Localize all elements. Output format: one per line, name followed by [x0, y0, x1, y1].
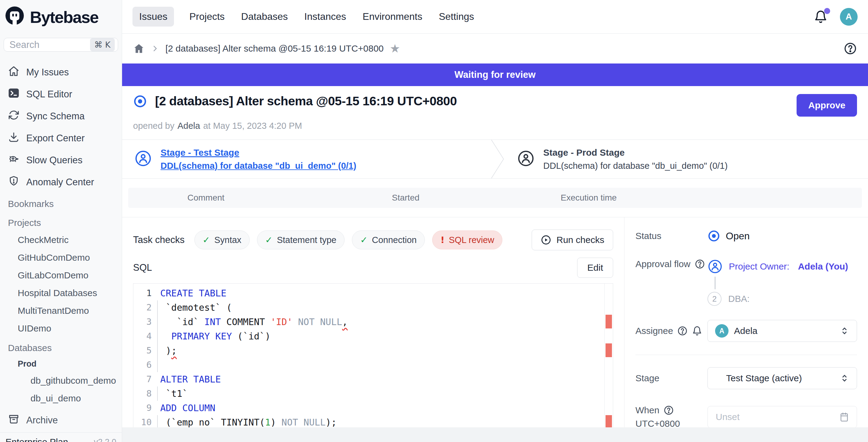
sidebar-project-gitlabcomdemo[interactable]: GitLabComDemo: [0, 266, 122, 284]
turtle-icon: [8, 153, 20, 167]
select-chevrons-icon: [840, 373, 849, 383]
terminal-icon: [8, 87, 20, 101]
run-checks-button[interactable]: Run checks: [532, 229, 613, 250]
approver-role: DBA:: [728, 294, 750, 304]
calendar-icon: [839, 412, 849, 422]
sidebar-project-githubcomdemo[interactable]: GitHubComDemo: [0, 249, 122, 266]
assignee-select[interactable]: A Adela: [708, 320, 857, 342]
issue-open-status-icon: [133, 94, 147, 108]
sidebar-project-uidemo[interactable]: UIDemo: [0, 320, 122, 337]
tab-settings[interactable]: Settings: [438, 7, 475, 27]
assignee-label: Assignee: [636, 326, 708, 336]
stage-select-value: Test Stage (active): [726, 373, 802, 383]
stage-select[interactable]: Test Stage (active): [708, 367, 857, 389]
bottom-scroll-gutter: [122, 428, 868, 442]
sidebar-item-archive[interactable]: Archive: [0, 408, 122, 432]
notification-dot: [824, 8, 830, 14]
stage-task-link[interactable]: DDL(schema) for database "db_ui_demo" (0…: [160, 161, 356, 171]
bookmark-star-icon[interactable]: ★: [390, 43, 400, 54]
search-shortcut-kbd: ⌘ K: [90, 38, 115, 51]
status-value: Open: [726, 230, 750, 242]
help-icon[interactable]: [844, 42, 857, 55]
sidebar-item-slow-queries[interactable]: Slow Queries: [3, 149, 119, 171]
check-pass-icon: ✓: [203, 235, 210, 245]
sidebar-db-githubcom-demo[interactable]: db_githubcom_demo: [0, 372, 122, 389]
task-checks-row: Task checks ✓ Syntax ✓ Statement type ✓ …: [133, 229, 613, 250]
notification-bell-icon[interactable]: [814, 10, 828, 24]
when-datetime-input[interactable]: [708, 406, 857, 428]
check-label: Syntax: [214, 235, 241, 245]
tab-databases[interactable]: Databases: [240, 7, 289, 27]
help-icon: [677, 326, 688, 336]
task-checks-label: Task checks: [133, 234, 185, 245]
shield-icon: [8, 175, 20, 189]
code-line: 5 );: [133, 343, 604, 358]
sidebar-item-label: My Issues: [26, 67, 69, 78]
sidebar-project-multitenantdemo[interactable]: MultiTenantDemo: [0, 302, 122, 320]
main-area: Issues Projects Databases Instances Envi…: [122, 0, 868, 442]
edit-sql-button[interactable]: Edit: [577, 258, 613, 278]
sidebar-item-sql-editor[interactable]: SQL Editor: [3, 83, 119, 105]
stage-label: Stage: [636, 373, 708, 383]
home-icon[interactable]: [133, 43, 145, 54]
sidebar-item-my-issues[interactable]: My Issues: [3, 61, 119, 83]
approve-button[interactable]: Approve: [797, 94, 857, 117]
stage-task-label: DDL(schema) for database "db_ui_demo" (0…: [543, 161, 727, 171]
check-label: Connection: [372, 235, 417, 245]
sidebar-db-group-prod: Prod: [0, 356, 122, 372]
stage-prod-stage[interactable]: Stage - Prod Stage DDL(schema) for datab…: [505, 140, 740, 178]
tab-projects[interactable]: Projects: [188, 7, 226, 27]
pipeline-stages: Stage - Test Stage DDL(schema) for datab…: [122, 139, 868, 179]
stage-title[interactable]: Stage - Test Stage: [160, 148, 356, 158]
tab-instances[interactable]: Instances: [303, 7, 347, 27]
approval-step-1[interactable]: Project Owner:Adela (You): [708, 259, 857, 274]
sidebar-footer[interactable]: Enterprise Plan v2.2.0: [0, 432, 122, 442]
sql-editor: 1CREATE TABLE 2 `demotest` ( 3 `id` INT …: [133, 283, 613, 433]
when-input-field[interactable]: [715, 411, 839, 422]
approval-flow-label: Approval flow: [636, 259, 708, 269]
sidebar-project-checkmetric[interactable]: CheckMetric: [0, 231, 122, 249]
sidebar-item-label: Slow Queries: [26, 155, 83, 166]
assignee-row: Assignee A Adela: [636, 320, 857, 342]
search-input[interactable]: [9, 39, 90, 51]
sidebar: Bytebase ⌘ K My Issues SQL Editor Sync S…: [0, 0, 122, 442]
stage-test-stage[interactable]: Stage - Test Stage DDL(schema) for datab…: [122, 140, 490, 178]
approval-connector: [714, 277, 716, 289]
error-marker: [606, 415, 612, 429]
approver-role: Project Owner:: [729, 261, 789, 272]
column-started: Started: [392, 193, 561, 203]
task-table-header: Comment Started Execution time: [128, 188, 862, 208]
sidebar-item-sync-schema[interactable]: Sync Schema: [3, 105, 119, 127]
help-icon: [695, 259, 705, 269]
check-pass-icon: ✓: [360, 235, 368, 245]
sidebar-project-hospital-databases[interactable]: Hospital Databases: [0, 284, 122, 302]
home-icon: [8, 65, 20, 80]
bytebase-logo-icon: [4, 5, 25, 29]
code-line: 2 `demotest` (: [133, 301, 604, 315]
sql-label: SQL: [133, 262, 152, 273]
issue-author: Adela: [177, 121, 200, 131]
check-statement-type[interactable]: ✓ Statement type: [257, 230, 345, 249]
breadcrumb: [2 databases] Alter schema @05-15 16:19 …: [122, 34, 868, 63]
error-marker-strip: [604, 284, 613, 433]
opened-timestamp: at May 15, 2023 4:20 PM: [203, 121, 302, 131]
run-checks-label: Run checks: [556, 235, 604, 245]
check-connection[interactable]: ✓ Connection: [352, 230, 425, 249]
tab-environments[interactable]: Environments: [361, 7, 424, 27]
issue-header: [2 databases] Alter schema @05-15 16:19 …: [122, 86, 868, 119]
code-line: 6: [133, 358, 604, 372]
user-avatar[interactable]: A: [840, 8, 858, 26]
error-marker: [606, 315, 612, 328]
sidebar-item-label: Export Center: [26, 133, 85, 144]
sidebar-db-ui-demo[interactable]: db_ui_demo: [0, 389, 122, 407]
search-box[interactable]: ⌘ K: [4, 38, 118, 52]
check-syntax[interactable]: ✓ Syntax: [194, 230, 250, 249]
check-pass-icon: ✓: [265, 235, 273, 245]
approval-step-2: 2 DBA:: [708, 292, 857, 306]
issue-title: [2 databases] Alter schema @05-15 16:19 …: [155, 94, 457, 108]
tab-issues[interactable]: Issues: [132, 7, 174, 27]
sidebar-item-export-center[interactable]: Export Center: [3, 127, 119, 149]
check-sql-review[interactable]: ! SQL review: [432, 230, 502, 249]
logo[interactable]: Bytebase: [0, 0, 122, 30]
sidebar-item-anomaly-center[interactable]: Anomaly Center: [3, 171, 119, 193]
